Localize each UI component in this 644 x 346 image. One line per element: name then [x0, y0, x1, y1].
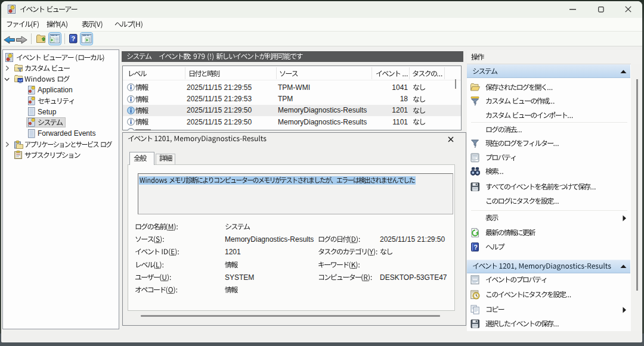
svg-text:?: ? [473, 244, 477, 251]
svg-text:?: ? [71, 35, 75, 42]
